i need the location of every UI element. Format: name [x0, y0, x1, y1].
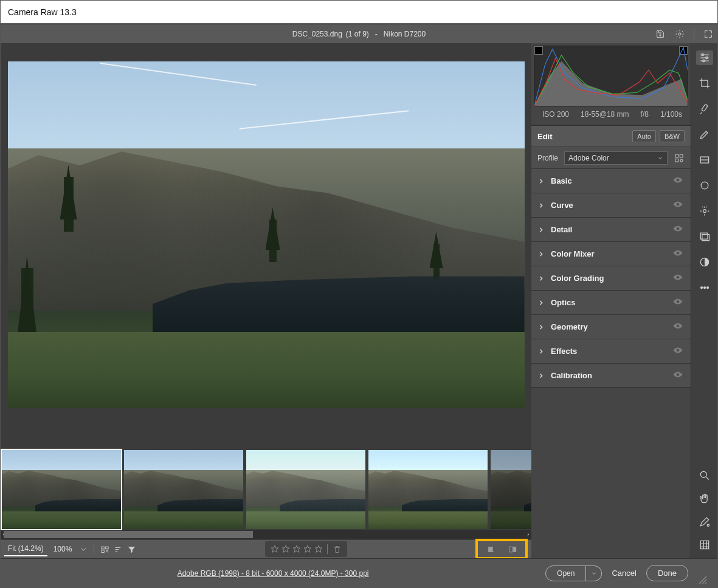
svg-point-0 — [678, 33, 681, 35]
profile-browser-icon[interactable] — [674, 153, 685, 164]
cancel-button[interactable]: Cancel — [612, 569, 636, 578]
healing-brush-icon[interactable] — [696, 102, 713, 116]
workflow-options-link[interactable]: Adobe RGB (1998) - 8 bit - 6000 x 4000 (… — [178, 569, 369, 578]
redeye-icon[interactable] — [696, 204, 713, 218]
panel-geometry[interactable]: Geometry — [531, 315, 691, 339]
more-options-icon[interactable] — [696, 280, 713, 295]
svg-rect-7 — [513, 547, 516, 552]
panel-curve[interactable]: Curve — [531, 193, 691, 218]
open-dropdown-icon[interactable] — [586, 566, 602, 581]
panel-color-mixer[interactable]: Color Mixer — [531, 242, 691, 266]
filmstrip-scrollbar[interactable]: ‹ › — [1, 530, 531, 539]
zoom-100[interactable]: 100% — [50, 542, 76, 556]
visibility-eye-icon[interactable] — [672, 224, 683, 235]
panel-basic[interactable]: Basic — [531, 169, 691, 193]
tool-strip — [691, 43, 717, 558]
star-icon[interactable] — [292, 544, 302, 554]
snapshots-icon[interactable] — [696, 229, 713, 244]
before-after-split-icon[interactable] — [507, 544, 518, 555]
panel-calibration[interactable]: Calibration — [531, 364, 691, 388]
lens-value: 18-55@18 mm — [581, 110, 629, 119]
panel-effects[interactable]: Effects — [531, 339, 691, 364]
adjustment-brush-icon[interactable] — [696, 127, 713, 142]
panel-label: Effects — [551, 347, 577, 356]
camera-model: Nikon D7200 — [384, 30, 426, 38]
visibility-eye-icon[interactable] — [672, 176, 683, 186]
foreground-grass — [8, 332, 525, 408]
visibility-eye-icon[interactable] — [672, 346, 683, 356]
before-after-single-icon[interactable] — [485, 544, 496, 555]
preview-area[interactable] — [1, 43, 531, 449]
histogram-chart — [534, 46, 688, 106]
chevron-right-icon — [539, 349, 544, 354]
zoom-magnifier-icon[interactable] — [696, 468, 713, 483]
visibility-eye-icon[interactable] — [672, 370, 683, 381]
iso-value: ISO 200 — [542, 110, 569, 119]
grid-overlay-icon[interactable] — [696, 538, 713, 552]
graduated-filter-icon[interactable] — [696, 153, 713, 167]
fullscreen-icon[interactable] — [703, 29, 714, 40]
visibility-eye-icon[interactable] — [672, 322, 683, 332]
star-icon[interactable] — [314, 544, 323, 554]
histogram[interactable] — [534, 46, 688, 106]
resize-grip-icon[interactable] — [698, 575, 708, 585]
star-icon[interactable] — [270, 544, 280, 554]
edit-panels-accordion: Basic Curve Detail Color Mixer — [531, 169, 691, 558]
panel-color-grading[interactable]: Color Grading — [531, 266, 691, 291]
panel-label: Optics — [551, 298, 575, 307]
hand-pan-icon[interactable] — [696, 491, 713, 506]
exposure-metadata: ISO 200 18-55@18 mm f/8 1/100s — [534, 106, 688, 122]
svg-point-17 — [701, 182, 708, 189]
sky-contrail — [100, 63, 257, 86]
edit-section-header: Edit Auto B&W — [531, 125, 691, 147]
bw-button[interactable]: B&W — [660, 130, 685, 142]
svg-rect-1 — [102, 547, 104, 549]
chevron-right-icon — [539, 276, 544, 281]
visibility-eye-icon[interactable] — [672, 297, 683, 308]
crop-icon[interactable] — [696, 76, 713, 91]
zoom-dropdown-icon[interactable] — [78, 544, 89, 555]
settings-gear-icon[interactable] — [674, 29, 685, 40]
svg-point-26 — [707, 524, 709, 526]
radial-filter-icon[interactable] — [696, 178, 713, 193]
panel-optics[interactable]: Optics — [531, 291, 691, 315]
filter-funnel-icon[interactable] — [126, 544, 137, 555]
open-split-button[interactable]: Open — [545, 566, 602, 581]
auto-button[interactable]: Auto — [632, 130, 656, 142]
filmstrip: ‹ › — [1, 449, 531, 540]
filmstrip-thumb[interactable] — [124, 450, 243, 529]
svg-rect-5 — [488, 547, 493, 552]
visibility-eye-icon[interactable] — [672, 249, 683, 259]
filmstrip-thumb[interactable] — [2, 450, 121, 529]
sort-icon[interactable] — [112, 544, 123, 555]
open-button[interactable]: Open — [545, 566, 586, 581]
presets-swirl-icon[interactable] — [696, 255, 713, 269]
sky-contrail — [239, 110, 409, 129]
grid-view-icon[interactable] — [99, 544, 110, 555]
svg-point-25 — [700, 471, 706, 477]
window-titlebar: Camera Raw 13.3 — [1, 1, 717, 24]
tree — [269, 220, 277, 262]
svg-point-11 — [680, 159, 683, 162]
zoom-fit[interactable]: Fit (14.2%) — [4, 542, 47, 556]
filmstrip-thumb[interactable] — [246, 450, 365, 529]
filmstrip-thumb[interactable] — [491, 450, 531, 529]
panel-detail[interactable]: Detail — [531, 218, 691, 242]
app-title: Camera Raw 13.3 — [8, 7, 77, 17]
done-button[interactable]: Done — [646, 565, 688, 581]
star-icon[interactable] — [281, 544, 291, 554]
main-image-preview[interactable] — [8, 61, 525, 408]
edit-label: Edit — [537, 132, 553, 141]
visibility-eye-icon[interactable] — [672, 273, 683, 283]
save-icon[interactable] — [655, 29, 666, 40]
svg-rect-3 — [102, 550, 104, 552]
scroll-right-arrow[interactable]: › — [525, 530, 531, 539]
visibility-eye-icon[interactable] — [672, 200, 683, 210]
color-sampler-icon[interactable] — [696, 514, 713, 529]
edit-sliders-icon[interactable] — [696, 50, 713, 65]
delete-icon[interactable] — [331, 544, 342, 555]
profile-select[interactable]: Adobe Color — [564, 151, 668, 165]
star-icon[interactable] — [303, 544, 312, 554]
scrollbar-handle[interactable] — [4, 531, 253, 538]
filmstrip-thumb[interactable] — [368, 450, 488, 529]
